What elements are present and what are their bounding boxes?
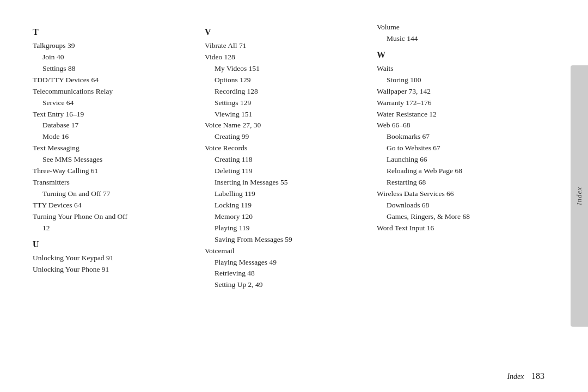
- index-entry: Saving From Messages 59: [215, 234, 366, 246]
- index-entry: Setting Up 2, 49: [215, 279, 366, 291]
- index-entry: Retrieving 48: [215, 268, 366, 279]
- index-entry: Restarting 68: [387, 177, 538, 188]
- index-entry: Inserting in Messages 55: [215, 177, 366, 188]
- index-entry: TTY Devices 64: [33, 200, 194, 211]
- index-entry: Transmitters: [33, 177, 194, 188]
- index-entry: My Videos 151: [215, 63, 366, 75]
- index-entry: Playing Messages 49: [215, 257, 366, 268]
- index-entry: Creating 118: [215, 154, 366, 166]
- index-entry: Warranty 172–176: [377, 97, 538, 109]
- index-entry: Locking 119: [215, 200, 366, 211]
- index-entry: Wireless Data Services 66: [377, 188, 538, 200]
- index-entry: Options 129: [215, 75, 366, 86]
- index-entry: Unlocking Your Keypad 91: [33, 253, 194, 264]
- index-entry: Bookmarks 67: [387, 131, 538, 143]
- index-entry: Service 64: [42, 97, 194, 109]
- index-entry: Music 144: [387, 33, 538, 45]
- index-tab-label: Index: [575, 187, 584, 205]
- index-entry: TDD/TTY Devices 64: [33, 75, 194, 86]
- index-entry: See MMS Messages: [42, 154, 194, 166]
- index-entry: Water Resistance 12: [377, 109, 538, 120]
- index-entry: Playing 119: [215, 223, 366, 234]
- index-entry: Telecommunications Relay: [33, 86, 194, 97]
- index-entry: Volume: [377, 22, 538, 33]
- footer-label: Index: [507, 372, 524, 381]
- index-entry: Deleting 119: [215, 166, 366, 177]
- index-entry: Vibrate All 71: [205, 40, 366, 52]
- index-entry: Reloading a Web Page 68: [387, 166, 538, 177]
- index-entry: Viewing 151: [215, 109, 366, 120]
- footer: Index 183: [507, 371, 544, 381]
- index-entry: Creating 99: [215, 131, 366, 143]
- section-letter-U: U: [33, 240, 194, 249]
- index-entry: Web 66–68: [377, 120, 538, 131]
- index-entry: Voice Name 27, 30: [205, 120, 366, 131]
- index-entry: Voice Records: [205, 143, 366, 154]
- column-3: VolumeMusic 144WWaitsStoring 100Wallpape…: [377, 22, 549, 365]
- index-entry: Mode 16: [42, 131, 194, 143]
- index-entry: Waits: [377, 63, 538, 75]
- index-entry: Text Entry 16–19: [33, 109, 194, 120]
- index-entry: Memory 120: [215, 211, 366, 223]
- index-entry: Voicemail: [205, 246, 366, 257]
- section-letter-W: W: [377, 50, 538, 60]
- content-area: TTalkgroups 39Join 40Settings 88TDD/TTY …: [0, 0, 571, 392]
- column-2: VVibrate All 71Video 128My Videos 151Opt…: [205, 22, 377, 365]
- footer-page-number: 183: [531, 371, 544, 381]
- column-1: TTalkgroups 39Join 40Settings 88TDD/TTY …: [33, 22, 205, 365]
- index-entry: Wallpaper 73, 142: [377, 86, 538, 97]
- section-letter-V: V: [205, 27, 366, 37]
- page: TTalkgroups 39Join 40Settings 88TDD/TTY …: [0, 0, 588, 392]
- index-entry: Three-Way Calling 61: [33, 166, 194, 177]
- index-entry: Storing 100: [387, 75, 538, 86]
- index-entry: Downloads 68: [387, 200, 538, 211]
- index-tab: Index: [571, 65, 588, 327]
- index-entry: Join 40: [42, 52, 194, 63]
- index-entry: Games, Ringers, & More 68: [387, 211, 538, 223]
- index-entry: Settings 88: [42, 63, 194, 75]
- index-entry: Recording 128: [215, 86, 366, 97]
- index-entry: Settings 129: [215, 97, 366, 109]
- index-entry: Turning Your Phone On and Off: [33, 211, 194, 223]
- index-entry: Video 128: [205, 52, 366, 63]
- index-entry: Unlocking Your Phone 91: [33, 264, 194, 275]
- section-letter-T: T: [33, 27, 194, 37]
- index-entry: Word Text Input 16: [377, 223, 538, 234]
- index-entry: Talkgroups 39: [33, 40, 194, 52]
- index-entry: Database 17: [42, 120, 194, 131]
- index-entry: 12: [42, 223, 194, 234]
- index-entry: Go to Websites 67: [387, 143, 538, 154]
- index-entry: Turning On and Off 77: [42, 188, 194, 200]
- index-entry: Text Messaging: [33, 143, 194, 154]
- index-entry: Labelling 119: [215, 188, 366, 200]
- index-entry: Launching 66: [387, 154, 538, 166]
